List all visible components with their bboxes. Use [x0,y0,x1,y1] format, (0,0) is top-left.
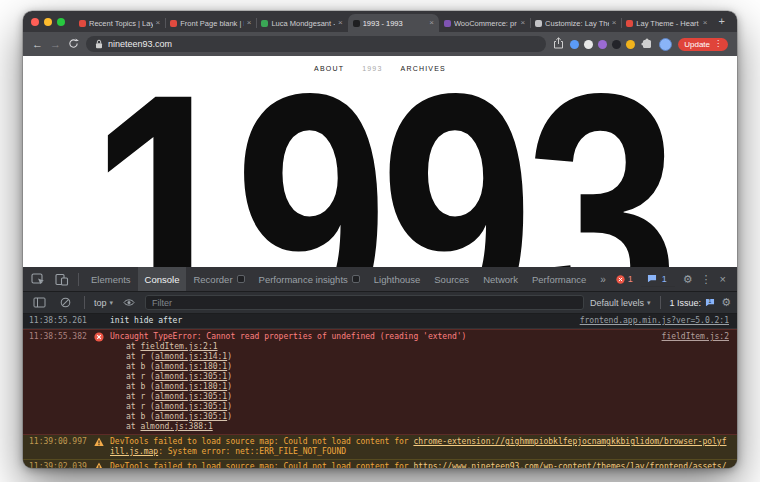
tab-close-icon[interactable]: × [156,19,161,27]
devtools-tab-sources[interactable]: Sources [427,267,476,291]
reload-button[interactable] [68,38,79,51]
devtools-tab-elements[interactable]: Elements [84,267,138,291]
source-link[interactable]: almond.js:180:1 [155,362,227,371]
address-bar[interactable]: nineteen93.com [86,36,546,52]
message-text: init hide after [110,316,182,325]
devtools-tab-network[interactable]: Network [476,267,525,291]
browser-tab[interactable]: Front Page blank | Lay Them× [165,14,256,32]
devtools-tab-performance-insights[interactable]: Performance insights [252,267,367,291]
close-window-button[interactable] [31,18,39,26]
chat-bubble-icon: 1 [705,298,715,307]
tab-favicon [170,20,177,27]
stack-text: at b ( [126,362,155,371]
extension-icon-4[interactable] [612,40,621,49]
stack-text: at r ( [126,352,155,361]
browser-tab[interactable]: WooCommerce: product qu× [439,14,530,32]
console-message-line: init hide after [110,316,565,326]
devtools-settings-gear-icon[interactable]: ⚙ [683,274,693,285]
inspect-element-icon[interactable] [27,267,49,291]
site-nav-item-archives[interactable]: ARCHIVES [401,65,446,72]
source-link[interactable]: almond.js:305:1 [155,402,227,411]
stack-frame: at r (almond.js:305:1) [110,402,647,412]
source-link[interactable]: almond.js:305:1 [155,412,227,421]
devtools-menu-kebab-icon[interactable]: ⋮ [701,274,712,285]
devtools-close-icon[interactable]: × [720,274,726,285]
browser-tab[interactable]: 1993 - 1993× [348,14,439,32]
issues-counter[interactable]: 1 Issue: 1 [670,298,716,308]
browser-tab[interactable]: Luca Mondgesant - Visuelle× [256,14,347,32]
devtools-tab-label: Console [145,274,180,285]
console-filter-input[interactable] [145,295,584,310]
error-count-badge[interactable]: 1 [616,274,633,284]
console-timestamp: 11:39:00.997 [29,437,89,447]
site-nav-item-1993[interactable]: 1993 [362,65,382,72]
devtools-tab-console[interactable]: Console [138,267,187,291]
console-message-text: DevTools failed to load source map: Coul… [110,462,729,468]
extension-icon-5[interactable] [626,40,635,49]
new-tab-button[interactable]: + [713,16,731,27]
browser-menu-kebab-icon: ⋮ [714,40,722,48]
console-settings-gear-icon[interactable]: ⚙ [721,297,731,308]
devtools-tab-recorder[interactable]: Recorder [186,267,251,291]
more-tabs-button[interactable]: » [595,274,611,285]
stack-text: ) [227,362,232,371]
source-link[interactable]: frontend.app.min.js?ver=5.0.2:1 [570,316,729,326]
window-controls [31,11,65,32]
console-message-text: DevTools failed to load source map: Coul… [110,437,729,457]
experiment-badge-icon [352,275,360,283]
minimize-window-button[interactable] [44,18,52,26]
tab-title: Customize: Lay Theme - Ho [545,19,609,28]
source-link[interactable]: almond.js:305:1 [155,372,227,381]
clear-console-icon[interactable] [56,292,75,313]
stack-text: at r ( [126,392,155,401]
share-icon[interactable] [553,35,564,53]
message-text: DevTools failed to load source map: Coul… [110,437,413,446]
tab-strip-tabs: Recent Topics | Lay Theme -×Front Page b… [74,14,713,32]
devtools-tabbar-right: 1 1 ⚙ ⋮ × [616,272,733,287]
console-timestamp: 11:38:55.261 [29,316,89,326]
update-button[interactable]: Update ⋮ [678,38,728,51]
eye-icon[interactable] [119,292,139,313]
zoom-window-button[interactable] [57,18,65,26]
devtools-tab-performance[interactable]: Performance [525,267,593,291]
browser-tab[interactable]: Recent Topics | Lay Theme -× [74,14,165,32]
stack-text: at r ( [126,372,155,381]
console-message-log: 11:38:55.261init hide afterfrontend.app.… [23,314,737,329]
console-sidebar-icon[interactable] [29,292,50,313]
source-link[interactable]: almond.js:305:1 [155,392,227,401]
browser-tab[interactable]: Customize: Lay Theme - Ho× [530,14,621,32]
source-link[interactable]: fieldItem.js:2 [652,332,729,342]
tab-close-icon[interactable]: × [247,19,252,27]
tab-close-icon[interactable]: × [520,19,525,27]
source-link[interactable]: fieldItem.js:2:1 [140,342,217,351]
extension-icon-1[interactable] [570,40,579,49]
message-count: 1 [662,274,667,284]
tab-close-icon[interactable]: × [703,19,708,27]
extensions-puzzle-icon[interactable] [641,35,653,53]
console-message-warning: 11:39:00.997 DevTools failed to load sou… [23,435,737,460]
stack-text: ) [227,392,232,401]
divider [78,273,79,286]
back-button[interactable]: ← [32,39,43,50]
extension-icons [570,40,635,49]
source-link[interactable]: almond.js:180:1 [155,382,227,391]
source-link[interactable]: almond.js:388:1 [140,422,212,431]
devtools-tab-label: Lighthouse [374,274,420,285]
extension-icon-3[interactable] [598,40,607,49]
message-count-badge[interactable]: 1 [641,272,675,287]
source-link[interactable]: almond.js:314:1 [155,352,227,361]
tab-close-icon[interactable]: × [612,19,617,27]
tab-close-icon[interactable]: × [429,19,434,27]
browser-tab[interactable]: Lay Theme - Heart Top× [621,14,712,32]
extension-icon-2[interactable] [584,40,593,49]
context-selector[interactable]: top ▾ [94,298,113,308]
tab-title: WooCommerce: product qu [454,19,518,28]
tab-strip: Recent Topics | Lay Theme -×Front Page b… [23,11,737,32]
site-nav-item-about[interactable]: ABOUT [314,65,344,72]
tab-close-icon[interactable]: × [338,19,343,27]
profile-avatar[interactable] [659,38,672,51]
devtools-tab-lighthouse[interactable]: Lighthouse [367,267,427,291]
forward-button[interactable]: → [50,39,61,50]
log-levels-dropdown[interactable]: Default levels ▾ [590,298,651,308]
device-toolbar-icon[interactable] [51,267,73,291]
